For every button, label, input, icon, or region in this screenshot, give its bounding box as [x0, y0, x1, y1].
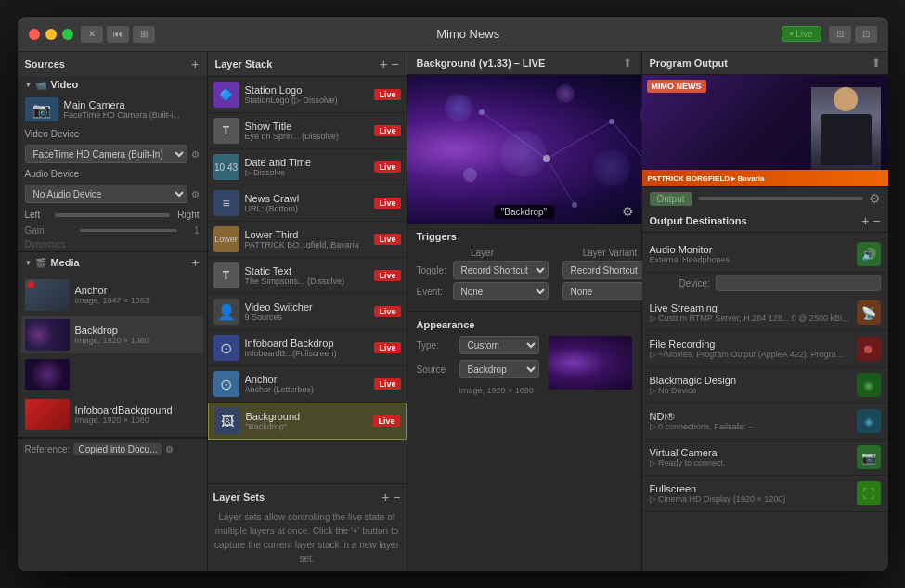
- layer-item-news-crawl[interactable]: ≡ News Crawl URL: (Bottom) Live: [208, 185, 407, 222]
- remove-layer-button[interactable]: −: [391, 57, 398, 71]
- bg2-thumb: [25, 359, 70, 390]
- anchor-live-badge: Live: [374, 378, 400, 390]
- remove-layer-set-button[interactable]: −: [393, 490, 400, 505]
- virtual-camera-sub: ▷ Ready to connect.: [650, 458, 851, 467]
- bg-export-icon[interactable]: ⬆: [623, 57, 632, 70]
- blackmagic-info: Blackmagic Design ▷ No Device: [650, 375, 851, 395]
- video-section-label: Video: [50, 79, 78, 90]
- blackmagic-sub: ▷ No Device: [650, 386, 851, 395]
- source-dims-row: Image, 1920 × 1080: [417, 384, 539, 395]
- source-select[interactable]: Backdrop: [459, 360, 539, 378]
- video-triangle-icon: ▼: [25, 81, 32, 89]
- close-button[interactable]: [29, 29, 40, 40]
- media-triangle-icon: ▼: [25, 259, 32, 267]
- title-bar-left: ✕ ⏮ ⊞: [29, 26, 155, 43]
- blackmagic-item[interactable]: Blackmagic Design ▷ No Device ◉: [642, 367, 888, 403]
- layer-item-station-logo[interactable]: 🔷 Station Logo StationLogo (▷ Dissolve) …: [208, 77, 407, 113]
- background-layer-info: Background "Backdrop": [246, 411, 368, 431]
- media-icon: 🎬: [35, 258, 46, 268]
- triggers-section: Triggers Layer Toggle: Record Shortcut E…: [407, 224, 641, 312]
- remove-destination-button[interactable]: −: [873, 213, 880, 228]
- program-output-expand-icon[interactable]: ⬆: [872, 57, 881, 70]
- add-media-button[interactable]: +: [191, 255, 199, 270]
- media-grid: Anchor Image, 1047 × 1063 Backdrop Image…: [18, 273, 207, 437]
- layer-item-anchor[interactable]: ⊙ Anchor Anchor (Letterbox) Live: [208, 366, 407, 403]
- output-bar: Output ⚙: [642, 186, 888, 210]
- background-layer-sub: "Backdrop": [246, 422, 368, 431]
- output-volume-slider[interactable]: [698, 197, 863, 200]
- fullscreen-item[interactable]: Fullscreen ▷ Cinema HD Display (1920 × 1…: [642, 476, 888, 512]
- media-item-backdrop[interactable]: Backdrop Image, 1920 × 1080: [21, 316, 203, 353]
- layer-item-background[interactable]: 🖼 Background "Backdrop" Live: [208, 403, 407, 440]
- sources-header: Sources +: [18, 52, 207, 76]
- infoboard-backdrop-sub: InfoboardB...(Fullscreen): [245, 349, 369, 358]
- event-none-select[interactable]: None: [453, 282, 549, 300]
- maximize-button[interactable]: [62, 29, 73, 40]
- ndi-item[interactable]: NDI® ▷ 0 connections, Failsafe: -- ◈: [642, 403, 888, 440]
- grid-icon[interactable]: ⊞: [133, 26, 155, 43]
- layer-item-lower-third[interactable]: Lower Lower Third PATTRICK BO...gfield, …: [208, 222, 407, 258]
- type-label: Type:: [417, 340, 454, 351]
- audio-monitor-sub: External Headphones: [650, 255, 851, 264]
- toggle-label: Toggle:: [417, 265, 449, 275]
- network-svg: [407, 75, 641, 224]
- main-camera-item[interactable]: 📷 Main Camera FaceTime HD Camera (Built-…: [18, 93, 207, 126]
- background-icon: 🖼: [214, 408, 240, 434]
- layer-item-show-title[interactable]: T Show Title Eye on Sprin... (Dissolve) …: [208, 113, 407, 149]
- infoboard-info: InfoboardBackground Image, 1920 × 1080: [75, 404, 200, 425]
- layer-item-date-time[interactable]: 10:43 Date and Time ▷ Dissolve Live: [208, 149, 407, 185]
- lr-slider[interactable]: [55, 213, 170, 217]
- file-recording-item[interactable]: File Recording ▷ ~/Movies, Program Outpu…: [642, 331, 888, 367]
- add-destination-button[interactable]: +: [861, 213, 869, 228]
- audio-settings-icon[interactable]: ⚙: [191, 189, 200, 199]
- add-layer-button[interactable]: +: [380, 57, 387, 71]
- show-title-live-badge: Live: [374, 125, 400, 136]
- minimize-button[interactable]: [45, 29, 57, 40]
- layer-item-infoboard-backdrop[interactable]: ⊙ Infoboard Backdrop InfoboardB...(Fulls…: [208, 330, 407, 366]
- ndi-sub: ▷ 0 connections, Failsafe: --: [650, 422, 851, 431]
- destinations-list: Audio Monitor External Headphones 🔊 Devi…: [642, 233, 888, 571]
- type-select[interactable]: Custom: [459, 336, 539, 354]
- gain-slider[interactable]: [80, 229, 177, 232]
- event-label: Event:: [417, 287, 449, 297]
- add-source-button[interactable]: +: [191, 57, 199, 71]
- output-gear-icon[interactable]: ⚙: [869, 191, 881, 206]
- anchor-sub: Image, 1047 × 1063: [75, 296, 200, 305]
- static-text-live-badge: Live: [374, 270, 400, 281]
- gain-row: Gain 1: [18, 224, 207, 237]
- audio-monitor-item[interactable]: Audio Monitor External Headphones 🔊: [642, 236, 888, 273]
- settings-icon[interactable]: ⚙: [191, 149, 200, 160]
- layer-item-static-text[interactable]: T Static Text The Simpsons... (Dissolve)…: [208, 258, 407, 294]
- reference-settings-icon[interactable]: ⚙: [165, 444, 174, 454]
- rewind-icon[interactable]: ⏮: [107, 26, 129, 43]
- live-streaming-item[interactable]: Live Streaming ▷ Custom RTMP Server, H.2…: [642, 295, 888, 331]
- video-switcher-icon: 👤: [213, 299, 239, 325]
- media-item-anchor[interactable]: Anchor Image, 1047 × 1063: [21, 276, 203, 313]
- audio-device-select[interactable]: No Audio Device: [25, 185, 187, 203]
- infoboard-name: InfoboardBackground: [75, 404, 200, 415]
- station-logo-icon: 🔷: [213, 82, 239, 108]
- layer-item-video-switcher[interactable]: 👤 Video Switcher 9 Sources Live: [208, 294, 407, 330]
- static-text-sub: The Simpsons... (Dissolve): [245, 276, 369, 286]
- backdrop-preview-gear-icon[interactable]: ⚙: [622, 204, 634, 219]
- virtual-camera-item[interactable]: Virtual Camera ▷ Ready to connect. 📷: [642, 440, 888, 476]
- backdrop-preview-label: "Backdrop": [494, 205, 554, 219]
- trigger-col-1: Layer Toggle: Record Shortcut Event: Non…: [417, 248, 549, 303]
- media-item-bg2[interactable]: [21, 356, 203, 393]
- ndi-name: NDI®: [650, 411, 851, 422]
- add-layer-set-button[interactable]: +: [381, 490, 389, 505]
- layout2-icon[interactable]: ⊡: [855, 26, 877, 43]
- layer-sets-header: Layer Sets + −: [213, 490, 401, 505]
- output-button[interactable]: Output: [650, 192, 692, 206]
- audio-device-dest-select[interactable]: [716, 275, 881, 291]
- static-text-info: Static Text The Simpsons... (Dissolve): [245, 265, 369, 286]
- close-icon[interactable]: ✕: [81, 26, 103, 43]
- layer-sets-title: Layer Sets: [213, 492, 265, 503]
- backdrop-thumb: [25, 319, 70, 351]
- audio-monitor-device-row: Device:: [642, 273, 888, 295]
- media-item-infoboard[interactable]: InfoboardBackground Image, 1920 × 1080: [21, 396, 203, 433]
- layout-icon[interactable]: ⊡: [829, 26, 851, 43]
- file-recording-sub: ▷ ~/Movies, Program Output (AppleA 422),…: [650, 350, 851, 359]
- video-device-select[interactable]: FaceTime HD Camera (Built-In): [25, 145, 187, 163]
- toggle-record-shortcut[interactable]: Record Shortcut: [453, 261, 549, 279]
